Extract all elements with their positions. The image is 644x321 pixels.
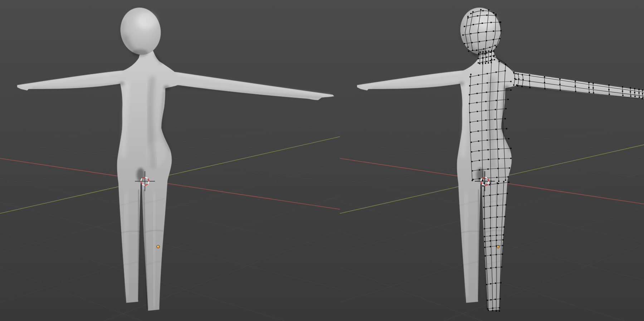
viewport-composite	[0, 0, 644, 321]
3d-viewport-screenshot	[0, 0, 644, 321]
viewport-background	[0, 0, 644, 321]
